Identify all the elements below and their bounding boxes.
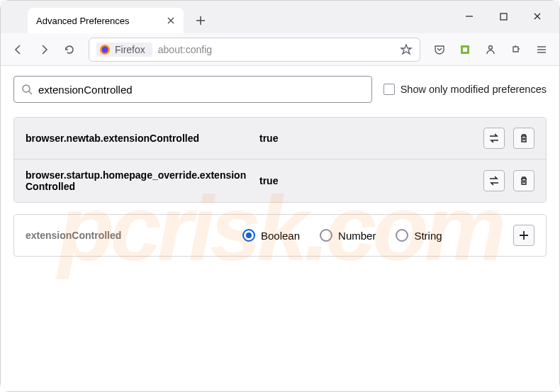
delete-button[interactable] (513, 170, 534, 191)
menu-button[interactable] (530, 38, 554, 62)
svg-point-5 (489, 45, 493, 49)
window-controls (453, 5, 554, 28)
maximize-button[interactable] (487, 5, 520, 28)
svg-point-6 (23, 85, 30, 92)
new-preference-name: extensionControlled (26, 230, 231, 241)
svg-rect-0 (500, 13, 507, 20)
tab-active[interactable]: Advanced Preferences (28, 8, 184, 33)
delete-button[interactable] (513, 128, 534, 149)
search-icon (21, 84, 33, 95)
identity-label: Firefox (115, 44, 145, 55)
add-button[interactable] (513, 225, 534, 246)
show-modified-checkbox[interactable]: Show only modified preferences (383, 84, 547, 95)
new-preference-row: extensionControlled Boolean Number Strin… (13, 214, 547, 257)
preferences-table: browser.newtab.extensionControlled true … (13, 117, 547, 203)
show-modified-label: Show only modified preferences (401, 84, 547, 95)
close-icon[interactable] (167, 16, 175, 25)
radio-string[interactable]: String (396, 229, 442, 242)
preference-row: browser.newtab.extensionControlled true (14, 118, 546, 159)
account-icon[interactable] (478, 38, 503, 62)
checkbox-icon (383, 84, 395, 95)
url-bar[interactable]: Firefox about:config (89, 38, 420, 62)
radio-label: Number (338, 230, 376, 242)
radio-icon (396, 229, 408, 242)
new-tab-button[interactable] (188, 8, 213, 33)
radio-label: Boolean (261, 230, 300, 242)
extension-icon[interactable] (453, 38, 477, 62)
back-button[interactable] (6, 38, 30, 62)
preference-value: true (259, 133, 476, 144)
toolbar: Firefox about:config (1, 33, 559, 66)
url-address: about:config (158, 44, 394, 55)
firefox-icon (99, 44, 111, 55)
forward-button[interactable] (32, 38, 56, 62)
radio-icon (320, 229, 332, 242)
radio-label: String (414, 230, 442, 242)
preference-value: true (259, 175, 476, 186)
preference-name: browser.newtab.extensionControlled (26, 133, 252, 144)
close-button[interactable] (521, 5, 554, 28)
search-box[interactable] (13, 76, 372, 103)
radio-icon (242, 229, 255, 242)
tab-title: Advanced Preferences (36, 16, 130, 26)
svg-point-2 (102, 46, 108, 52)
pocket-icon[interactable] (427, 38, 452, 62)
tab-bar: Advanced Preferences (1, 1, 559, 33)
bookmark-icon[interactable] (400, 43, 413, 56)
radio-number[interactable]: Number (320, 229, 376, 242)
reload-button[interactable] (57, 38, 82, 62)
identity-box[interactable]: Firefox (96, 43, 152, 57)
toggle-button[interactable] (483, 128, 505, 149)
preference-row: browser.startup.homepage_override.extens… (14, 159, 546, 202)
toggle-button[interactable] (483, 170, 505, 191)
extensions-icon[interactable] (504, 38, 528, 62)
search-input[interactable] (38, 84, 364, 96)
preference-name: browser.startup.homepage_override.extens… (26, 169, 252, 192)
svg-rect-4 (463, 47, 467, 52)
minimize-button[interactable] (453, 5, 486, 28)
type-radio-group: Boolean Number String (242, 229, 502, 242)
radio-boolean[interactable]: Boolean (242, 229, 300, 242)
content: Show only modified preferences browser.n… (1, 66, 559, 391)
